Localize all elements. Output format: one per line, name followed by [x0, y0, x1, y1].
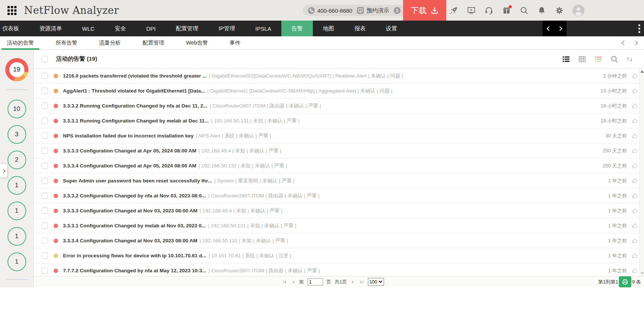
- subnav-tab[interactable]: 所有告警: [56, 36, 78, 49]
- thumbs-up-icon[interactable]: [632, 208, 638, 214]
- prev-page-icon[interactable]: [290, 279, 296, 285]
- phone-contact[interactable]: 400-660-8680: [308, 7, 352, 14]
- row-checkbox[interactable]: [42, 178, 48, 184]
- severity-count-badge[interactable]: 10: [7, 100, 26, 118]
- alert-row[interactable]: AggAlert1 : Threshold violated for Gigab…: [34, 84, 644, 99]
- alert-row[interactable]: 3.3.3.3 Configuration Changed at Nov 03,…: [34, 203, 644, 218]
- alert-row[interactable]: 1216.0 packets transferred (violated the…: [34, 69, 644, 84]
- thumbs-up-icon[interactable]: [632, 148, 638, 154]
- next-page-icon[interactable]: [350, 279, 356, 285]
- nav-item[interactable]: DPI: [136, 21, 166, 36]
- gift-icon[interactable]: [502, 6, 511, 15]
- subnav-tab[interactable]: Web告警: [186, 36, 208, 49]
- bell-icon[interactable]: [537, 6, 546, 15]
- nav-prev-icon[interactable]: [547, 26, 551, 31]
- severity-count-badge[interactable]: 2: [7, 151, 26, 169]
- nav-item[interactable]: 告警: [281, 21, 313, 36]
- nav-item[interactable]: 报表: [344, 21, 376, 36]
- severity-donut-chart[interactable]: 19: [5, 58, 28, 81]
- thumbs-up-icon[interactable]: [632, 252, 638, 259]
- row-checkbox[interactable]: [42, 267, 48, 274]
- nav-item[interactable]: IP管理: [208, 21, 245, 36]
- search-alerts-icon[interactable]: [610, 55, 619, 63]
- alert-title[interactable]: Error in processing flows for device wit…: [63, 253, 206, 258]
- nav-item[interactable]: IPSLA: [245, 21, 282, 36]
- thumbs-up-icon[interactable]: [632, 133, 638, 139]
- sidebar-expand-handle[interactable]: [0, 164, 7, 178]
- alert-title[interactable]: 3.3.3.4 Configuration Changed at Nov 03,…: [63, 238, 197, 243]
- thumbs-up-icon[interactable]: [632, 163, 638, 169]
- nav-item[interactable]: 仪表板: [0, 21, 29, 36]
- thumbs-up-icon[interactable]: [632, 267, 638, 274]
- alert-title[interactable]: 3.3.3.2 Configuration Changed by nfa at …: [63, 193, 206, 199]
- severity-count-badge[interactable]: 3: [7, 125, 26, 144]
- subnav-tab[interactable]: 配置管理: [143, 36, 164, 49]
- row-checkbox[interactable]: [42, 118, 48, 124]
- alert-title[interactable]: 7.7.7.2 Configuration Changed by nfa at …: [63, 268, 206, 273]
- demo-link[interactable]: 预约演示: [357, 7, 389, 14]
- row-checkbox[interactable]: [42, 88, 48, 94]
- alert-title[interactable]: AggAlert1 : Threshold violated for Gigab…: [63, 88, 205, 94]
- severity-view-icon[interactable]: [594, 55, 602, 63]
- row-checkbox[interactable]: [42, 252, 48, 259]
- apps-grid-icon[interactable]: [7, 6, 16, 15]
- alert-title[interactable]: 3.3.3.4 Configuration Changed at Apr 05,…: [63, 163, 196, 169]
- nav-item[interactable]: 资源清单: [29, 21, 72, 36]
- feedback-print-icon[interactable]: [619, 276, 631, 287]
- nav-item[interactable]: 配置管理: [166, 21, 208, 36]
- subnav-next-icon[interactable]: [633, 40, 638, 45]
- scrollbar[interactable]: [639, 69, 644, 276]
- severity-count-badge[interactable]: 1: [7, 227, 26, 246]
- select-all-checkbox[interactable]: [42, 56, 48, 62]
- sort-icon[interactable]: ↑↓: [626, 55, 633, 63]
- nav-next-icon[interactable]: [557, 26, 562, 31]
- thumbs-up-icon[interactable]: [632, 103, 638, 109]
- nav-item[interactable]: WLC: [72, 21, 105, 36]
- grid-view-icon[interactable]: [578, 55, 586, 63]
- thumbs-up-icon[interactable]: [632, 88, 638, 94]
- alert-row[interactable]: 3.3.3.2 Running Configuration Changed by…: [34, 99, 644, 113]
- row-checkbox[interactable]: [42, 222, 48, 229]
- alert-row[interactable]: 3.3.3.4 Configuration Changed at Nov 03,…: [34, 233, 644, 248]
- avatar[interactable]: [572, 4, 584, 16]
- download-button[interactable]: 下载: [403, 0, 446, 21]
- rocket-icon[interactable]: [449, 6, 458, 15]
- subnav-tab[interactable]: 事件: [230, 36, 241, 49]
- thumbs-up-icon[interactable]: [632, 193, 638, 199]
- more-menu-icon[interactable]: [638, 21, 640, 36]
- alert-title[interactable]: 3.3.3.3 Configuration Changed at Nov 03,…: [63, 208, 197, 213]
- row-checkbox[interactable]: [42, 193, 48, 199]
- row-checkbox[interactable]: [42, 73, 48, 79]
- thumbs-up-icon[interactable]: [632, 222, 638, 229]
- page-size-select[interactable]: 100: [368, 278, 384, 286]
- alert-title[interactable]: 3.3.3.1 Configuration Changed by melab a…: [63, 223, 206, 228]
- nav-item[interactable]: 安全: [105, 21, 136, 36]
- subnav-tab[interactable]: 活动的告警: [7, 36, 34, 49]
- page-number-input[interactable]: [307, 278, 323, 285]
- alert-title[interactable]: 3.3.3.2 Running Configuration Changed by…: [63, 103, 208, 109]
- thumbs-up-icon[interactable]: [632, 178, 638, 184]
- row-checkbox[interactable]: [42, 163, 48, 169]
- alert-title[interactable]: 3.3.3.3 Configuration Changed at Apr 05,…: [63, 148, 196, 154]
- headset-icon[interactable]: [484, 6, 493, 15]
- severity-count-badge[interactable]: 1: [7, 176, 26, 195]
- nav-item[interactable]: 地图: [313, 21, 344, 36]
- presentation-icon[interactable]: [467, 6, 476, 15]
- list-view-icon[interactable]: [562, 55, 570, 63]
- row-checkbox[interactable]: [42, 103, 48, 109]
- alert-title[interactable]: Super Admin user password has been reset…: [63, 178, 212, 184]
- alert-row[interactable]: 3.3.3.2 Configuration Changed by nfa at …: [34, 188, 644, 203]
- alert-row[interactable]: NPS installation failed due to incorrect…: [34, 128, 644, 143]
- thumbs-up-icon[interactable]: [632, 118, 638, 124]
- last-page-icon[interactable]: [359, 279, 364, 285]
- scroll-up-icon[interactable]: [641, 70, 644, 73]
- thumbs-up-icon[interactable]: [632, 237, 638, 244]
- row-checkbox[interactable]: [42, 237, 48, 244]
- alert-row[interactable]: 3.3.3.1 Configuration Changed by melab a…: [34, 218, 644, 233]
- alert-title[interactable]: NPS installation failed due to incorrect…: [63, 133, 194, 139]
- severity-count-badge[interactable]: 1: [7, 252, 26, 271]
- alert-row[interactable]: Super Admin user password has been reset…: [34, 173, 644, 188]
- subnav-prev-icon[interactable]: [622, 40, 626, 45]
- alert-title[interactable]: 1216.0 packets transferred (violated the…: [63, 73, 206, 79]
- search-icon[interactable]: [520, 6, 529, 15]
